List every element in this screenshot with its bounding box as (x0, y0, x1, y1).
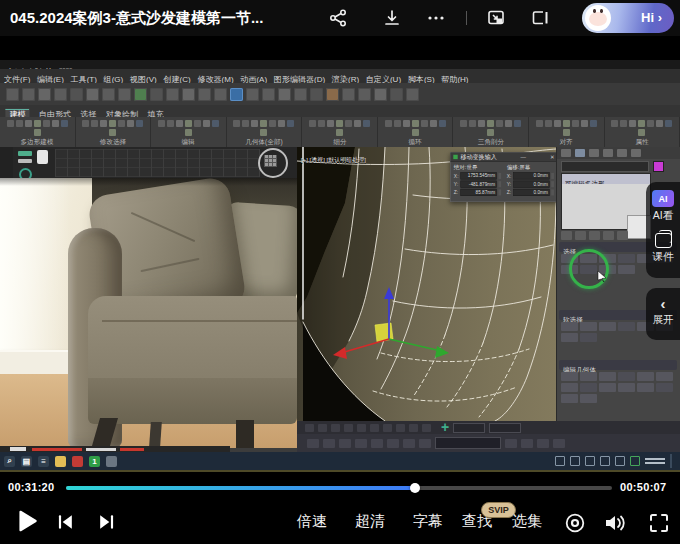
spinner[interactable] (551, 173, 554, 179)
toolbar-icon (198, 88, 211, 101)
icon-cell (638, 120, 645, 127)
menu-item: 编辑(E) (37, 74, 64, 83)
taskbar-folder-icon[interactable] (55, 456, 66, 467)
icon-cell (109, 120, 116, 127)
icon-cell (561, 322, 578, 331)
share-icon[interactable] (328, 8, 348, 28)
icon-cell (269, 120, 276, 127)
spinner[interactable] (498, 189, 501, 195)
icon-cell (331, 424, 340, 432)
ribbon-tab: 对象绘制 (106, 108, 138, 117)
menu-item: 自定义(U) (366, 74, 401, 83)
subtitles-button[interactable]: 字幕 (413, 512, 443, 531)
dialog-titlebar[interactable]: 移动变换输入 — ✕ (451, 153, 558, 162)
icon-cell (194, 120, 201, 127)
assistant-avatar-button[interactable]: Hi › (582, 3, 674, 33)
coordinate-field[interactable]: 85.87mm (460, 189, 496, 196)
icon-cell (336, 120, 343, 127)
icon-cell (394, 120, 401, 127)
download-icon[interactable] (382, 8, 402, 28)
fullscreen-icon[interactable] (648, 512, 670, 538)
icon-cell (618, 254, 635, 263)
taskbar-app-icon[interactable]: ≡ (38, 456, 49, 467)
icon-cell (572, 120, 579, 127)
icon-cell (575, 149, 585, 157)
icon-cell (505, 120, 512, 127)
taskbar-red-app-icon[interactable] (72, 456, 83, 467)
icon-cell (618, 383, 635, 392)
spinner[interactable] (551, 189, 554, 195)
icon-cell (344, 424, 353, 432)
icon-cell (305, 424, 314, 432)
mini-window-icon[interactable] (530, 8, 550, 28)
icon-cell (611, 120, 618, 127)
coordinate-field[interactable]: 0.0mm (513, 172, 549, 179)
coordinate-field[interactable]: 1753.545mm (460, 172, 496, 179)
icon-cell (176, 120, 183, 127)
speed-button[interactable]: 倍速 (297, 512, 327, 531)
spinner[interactable] (551, 181, 554, 187)
close-icon[interactable]: ✕ (550, 154, 555, 160)
menu-item: 组(G) (104, 74, 124, 83)
topbar-divider (466, 11, 467, 25)
spinner[interactable] (498, 181, 501, 187)
ai-watch-button[interactable]: AI AI看 (652, 182, 674, 223)
icon-cell (561, 149, 571, 157)
icon-cell (34, 120, 41, 127)
coordinate-field[interactable]: -481.879mm (460, 181, 496, 188)
icon-cell (409, 424, 418, 432)
spinner[interactable] (498, 173, 501, 179)
taskbar-search-icon[interactable]: ⌕ (4, 456, 15, 467)
volume-icon[interactable] (602, 511, 628, 539)
icon-cell (185, 129, 192, 136)
menu-item: 渲染(R) (332, 74, 359, 83)
taskbar-camera-icon[interactable] (106, 456, 117, 467)
player-topbar: 045.2024案例3-意式沙发建模第一节... (0, 0, 680, 36)
icon-cell (100, 120, 107, 127)
dialog-column-header: 偏移:屏幕 (507, 164, 554, 172)
expand-button[interactable]: ‹ 展开 (646, 288, 680, 340)
sofa-leg (149, 422, 162, 446)
icon-cell (656, 383, 673, 392)
icon-cell (620, 120, 627, 127)
icon-cell (403, 439, 415, 448)
icon-cell (536, 120, 543, 127)
rollout-edit-geometry: 编辑几何体 (559, 360, 677, 370)
icon-cell (287, 120, 294, 127)
video-content[interactable]: Autodesk 3ds Max 2020 文件(F)编辑(E)工具(T)组(G… (0, 36, 680, 478)
icon-cell (589, 149, 599, 157)
next-episode-button[interactable] (96, 512, 116, 536)
episodes-button[interactable]: 选集 (512, 512, 542, 531)
target-circle-icon[interactable] (564, 512, 586, 538)
taskbar-task-icon[interactable]: ▤ (21, 456, 32, 467)
icon-cell (371, 439, 383, 448)
expand-label: 展开 (653, 313, 674, 327)
icon-cell (603, 231, 614, 240)
progress-bar[interactable] (66, 486, 612, 490)
quality-button[interactable]: 超清 (355, 512, 385, 531)
axis-label: Y: (507, 181, 512, 187)
icon-cell (260, 129, 267, 136)
icon-cell (514, 120, 521, 127)
icon-cell (167, 120, 174, 127)
courseware-button[interactable]: 课件 (653, 223, 674, 264)
icon-cell (25, 120, 32, 127)
coordinate-field[interactable]: 0.0mm (513, 181, 549, 188)
ribbon-group-label: 多边形建模 (21, 139, 54, 145)
coordinate-field[interactable]: 0.0mm (513, 189, 549, 196)
minimize-icon[interactable]: — (521, 154, 527, 160)
dialog-title: 移动变换输入 (460, 153, 496, 161)
icon-cell (336, 129, 343, 136)
taskbar-green-app-icon[interactable]: 1 (89, 456, 100, 467)
icon-cell (563, 129, 570, 136)
icon-cell (185, 120, 192, 127)
screenshot-pip-icon[interactable] (486, 8, 506, 28)
chevron-left-icon: ‹ (661, 296, 666, 311)
icon-cell (496, 120, 503, 127)
more-icon[interactable] (426, 8, 446, 28)
icon-cell (318, 424, 327, 432)
previous-episode-button[interactable] (56, 512, 76, 536)
progress-handle[interactable] (410, 483, 420, 493)
play-button[interactable] (14, 508, 40, 538)
icon-cell (617, 231, 628, 240)
